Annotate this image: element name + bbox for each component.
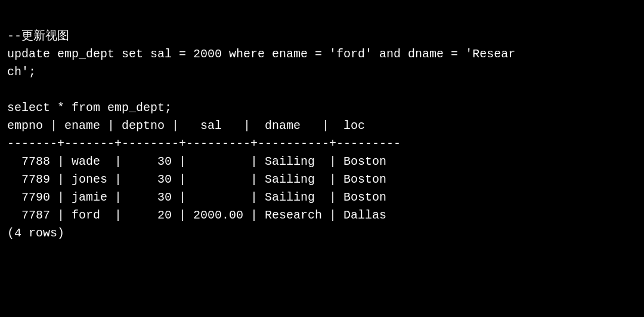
terminal-line-0: --更新视图 [7, 27, 637, 45]
terminal-line-5: empno | ename | deptno | sal | dname | l… [7, 117, 637, 135]
terminal-output: --更新视图update emp_dept set sal = 2000 whe… [7, 10, 637, 242]
terminal-line-7: 7788 | wade | 30 | | Sailing | Boston [7, 153, 637, 171]
terminal-line-11: (4 rows) [7, 224, 637, 242]
terminal-line-4: select * from emp_dept; [7, 99, 637, 117]
terminal-line-3 [7, 81, 637, 99]
terminal-line-1: update emp_dept set sal = 2000 where ena… [7, 45, 637, 63]
terminal-line-9: 7790 | jamie | 30 | | Sailing | Boston [7, 189, 637, 207]
terminal-line-6: -------+-------+--------+---------+-----… [7, 135, 637, 153]
terminal-line-8: 7789 | jones | 30 | | Sailing | Boston [7, 171, 637, 189]
terminal-line-2: ch'; [7, 63, 637, 81]
terminal-line-10: 7787 | ford | 20 | 2000.00 | Research | … [7, 207, 637, 224]
